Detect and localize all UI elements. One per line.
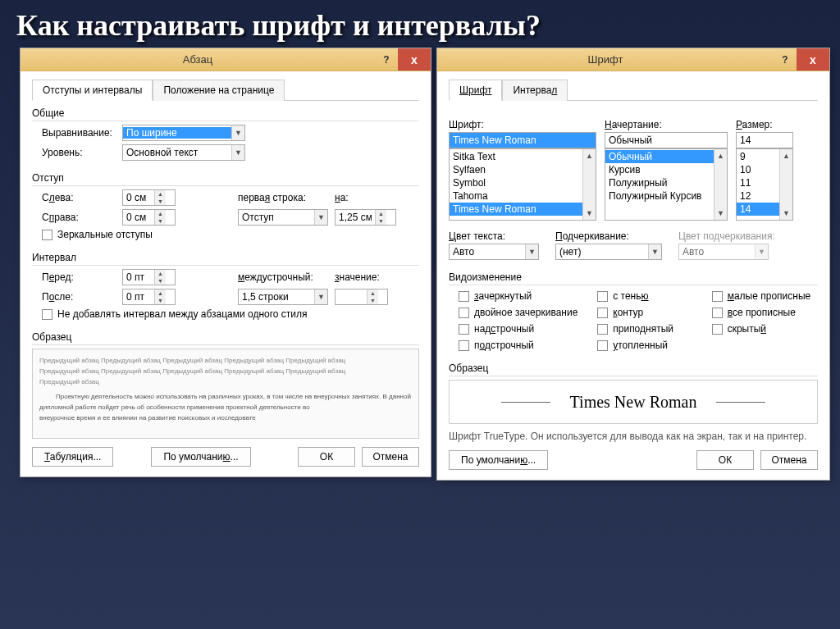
ok-button[interactable]: ОК <box>696 450 754 470</box>
spin-up-icon[interactable]: ▲ <box>368 289 378 297</box>
close-button[interactable]: x <box>398 48 431 71</box>
scroll-down-icon[interactable]: ▼ <box>780 207 792 220</box>
tab-position[interactable]: Положение на странице <box>153 80 285 101</box>
spacing-before-spinner[interactable]: ▲▼ <box>122 269 176 285</box>
level-combo[interactable]: Основной текст ▼ <box>122 144 245 161</box>
chevron-down-icon[interactable]: ▼ <box>314 210 327 225</box>
indent-left-input[interactable] <box>123 190 154 205</box>
line-spacing-combo[interactable]: 1,5 строки ▼ <box>238 289 328 305</box>
text-color-label: Цвет текста: <box>449 230 539 242</box>
alignment-combo[interactable]: По ширине ▼ <box>122 125 245 141</box>
scroll-up-icon[interactable]: ▲ <box>583 149 596 162</box>
sample-box: Times New Roman <box>449 380 818 424</box>
at-label: значение: <box>335 271 384 283</box>
effect-superscript[interactable]: надстрочный <box>459 323 581 335</box>
mirror-indents-checkbox[interactable]: Зеркальные отступы <box>42 229 153 240</box>
font-name-input[interactable] <box>449 132 596 148</box>
first-line-combo[interactable]: Отступ ▼ <box>238 209 328 226</box>
spin-down-icon[interactable]: ▼ <box>155 217 166 225</box>
tab-font[interactable]: Шрифт <box>449 80 502 101</box>
alignment-label: Выравнивание: <box>42 127 116 139</box>
tabs-button[interactable]: Табуляция... <box>32 447 113 467</box>
effect-shadow[interactable]: с тенью <box>597 290 695 302</box>
indent-left-spinner[interactable]: ▲▼ <box>122 189 176 206</box>
dont-add-space-checkbox[interactable]: Не добавлять интервал между абзацами одн… <box>42 308 308 320</box>
spacing-before-label: Перед: <box>42 271 116 283</box>
group-effects: Видоизменение <box>449 271 818 285</box>
font-name-label: Шрифт: <box>449 119 596 130</box>
spin-down-icon[interactable]: ▼ <box>155 198 166 205</box>
spacing-after-label: После: <box>42 291 116 303</box>
first-line-label: первая строка: <box>238 192 328 203</box>
default-button[interactable]: По умолчанию... <box>449 450 548 470</box>
line-spacing-at-input[interactable] <box>336 289 367 304</box>
underline-combo[interactable]: (нет) ▼ <box>555 244 662 260</box>
sample-text: Times New Roman <box>570 393 697 412</box>
effect-double-strike[interactable]: двойное зачеркивание <box>459 307 581 318</box>
effect-hidden[interactable]: скрытый <box>712 323 818 335</box>
help-button[interactable]: ? <box>774 48 797 71</box>
spin-up-icon[interactable]: ▲ <box>376 210 386 217</box>
dialog-title: Шрифт <box>437 53 774 66</box>
indent-right-spinner[interactable]: ▲▼ <box>122 209 176 226</box>
effect-emboss[interactable]: приподнятый <box>597 323 695 335</box>
font-dialog: Шрифт ? x Шрифт Интервал Шрифт: Sitka Te… <box>436 48 830 481</box>
chevron-down-icon[interactable]: ▼ <box>525 244 538 259</box>
tab-indent-spacing[interactable]: Отступы и интервалы <box>32 80 153 101</box>
group-general: Общие <box>32 107 419 121</box>
line-spacing-at-spinner[interactable]: ▲▼ <box>335 289 388 305</box>
font-style-label: Начертание: <box>605 119 728 130</box>
font-size-list[interactable]: 9 10 11 12 14 ▲▼ <box>736 148 793 221</box>
effect-small-caps[interactable]: малые прописные <box>712 290 818 302</box>
spin-up-icon[interactable]: ▲ <box>155 289 166 297</box>
group-preview: Образец <box>32 331 419 345</box>
spin-up-icon[interactable]: ▲ <box>155 190 166 198</box>
first-line-by-input[interactable] <box>336 210 375 225</box>
spin-down-icon[interactable]: ▼ <box>155 277 166 285</box>
scroll-up-icon[interactable]: ▲ <box>714 149 727 162</box>
group-sample: Образец <box>449 362 818 376</box>
font-style-list[interactable]: Обычный Курсив Полужирный Полужирный Кур… <box>605 148 728 221</box>
page-title: Как настраивать шрифт и интервалы? <box>0 0 840 51</box>
default-button[interactable]: По умолчанию... <box>151 447 250 467</box>
effect-engrave[interactable]: утопленный <box>597 340 695 351</box>
indent-right-input[interactable] <box>123 210 154 225</box>
effect-outline[interactable]: контур <box>597 307 695 318</box>
chevron-down-icon[interactable]: ▼ <box>648 244 661 259</box>
effect-subscript[interactable]: подстрочный <box>459 340 581 351</box>
chevron-down-icon[interactable]: ▼ <box>314 289 327 304</box>
scroll-down-icon[interactable]: ▼ <box>714 207 727 220</box>
scroll-up-icon[interactable]: ▲ <box>780 149 792 162</box>
ok-button[interactable]: ОК <box>298 447 355 467</box>
line-spacing-label: междустрочный: <box>238 271 328 283</box>
effect-strikethrough[interactable]: зачеркнутый <box>459 290 581 302</box>
chevron-down-icon[interactable]: ▼ <box>231 125 244 140</box>
cancel-button[interactable]: Отмена <box>760 450 818 470</box>
spin-up-icon[interactable]: ▲ <box>155 210 166 217</box>
spacing-before-input[interactable] <box>123 270 154 285</box>
chevron-down-icon: ▼ <box>755 244 768 259</box>
spin-down-icon[interactable]: ▼ <box>376 217 386 225</box>
spin-up-icon[interactable]: ▲ <box>155 270 166 277</box>
scroll-down-icon[interactable]: ▼ <box>583 207 596 220</box>
first-line-by-spinner[interactable]: ▲▼ <box>335 209 396 226</box>
chevron-down-icon[interactable]: ▼ <box>231 145 244 160</box>
text-color-combo[interactable]: Авто ▼ <box>449 244 539 260</box>
spin-down-icon[interactable]: ▼ <box>155 297 166 304</box>
effect-all-caps[interactable]: все прописные <box>712 307 818 318</box>
level-label: Уровень: <box>42 147 116 158</box>
font-style-input[interactable] <box>605 132 728 148</box>
group-spacing: Интервал <box>32 252 419 266</box>
font-info-text: Шрифт TrueType. Он используется для выво… <box>449 431 818 442</box>
font-name-list[interactable]: Sitka Text Sylfaen Symbol Tahoma Times N… <box>449 148 596 221</box>
spacing-after-input[interactable] <box>123 289 154 304</box>
indent-left-label: Слева: <box>42 192 116 203</box>
font-size-input[interactable] <box>736 132 793 148</box>
close-button[interactable]: x <box>797 48 829 71</box>
cancel-button[interactable]: Отмена <box>362 447 419 467</box>
underline-label: Подчеркивание: <box>555 230 662 242</box>
tab-spacing[interactable]: Интервал <box>502 80 568 101</box>
help-button[interactable]: ? <box>375 48 398 71</box>
spacing-after-spinner[interactable]: ▲▼ <box>122 289 176 305</box>
spin-down-icon[interactable]: ▼ <box>368 297 378 304</box>
